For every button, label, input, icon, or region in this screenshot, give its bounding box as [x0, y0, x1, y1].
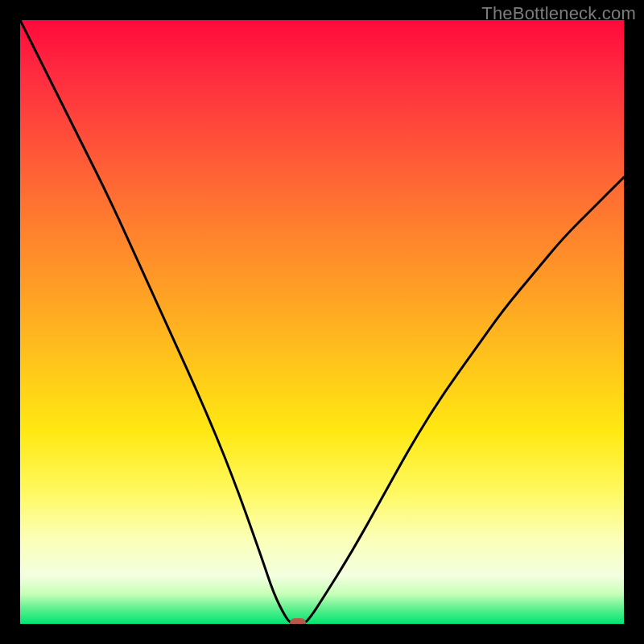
curve-svg — [20, 20, 624, 624]
chart-stage: TheBottleneck.com — [0, 0, 644, 644]
bottleneck-curve-path — [20, 20, 624, 624]
plot-area — [20, 20, 624, 624]
minimum-marker — [290, 618, 306, 624]
